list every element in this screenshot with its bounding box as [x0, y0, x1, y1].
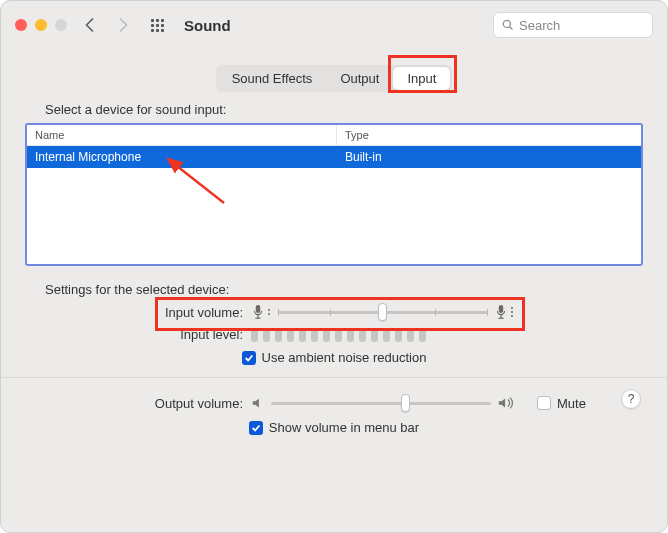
svg-point-5 [268, 313, 270, 315]
menubar-row[interactable]: Show volume in menu bar [25, 420, 643, 435]
menubar-checkbox[interactable] [249, 421, 263, 435]
speaker-low-icon [251, 396, 265, 410]
input-level-row: Input level: [25, 327, 643, 342]
titlebar: Sound Search [1, 1, 667, 49]
input-level-label: Input level: [25, 327, 245, 342]
show-all-button[interactable] [151, 19, 164, 32]
output-volume-row: Output volume: Mute [25, 394, 643, 412]
close-window-button[interactable] [15, 19, 27, 31]
tab-input[interactable]: Input [393, 67, 450, 90]
input-device-table[interactable]: Name Type Internal Microphone Built-in [25, 123, 643, 266]
tab-output[interactable]: Output [326, 67, 393, 90]
back-button[interactable] [77, 13, 101, 37]
ambient-noise-label: Use ambient noise reduction [262, 350, 427, 365]
svg-point-9 [511, 307, 513, 309]
search-placeholder: Search [519, 18, 560, 33]
input-volume-label: Input volume: [25, 305, 245, 320]
svg-point-10 [511, 311, 513, 313]
tabs: Sound Effects Output Input [25, 65, 643, 92]
svg-rect-6 [499, 305, 503, 313]
window-controls [15, 19, 67, 31]
table-row[interactable]: Internal Microphone Built-in [27, 146, 641, 168]
separator [1, 377, 667, 378]
output-volume-slider[interactable] [271, 394, 491, 412]
device-name: Internal Microphone [27, 146, 337, 168]
mic-low-icon [251, 304, 272, 320]
ambient-noise-row[interactable]: Use ambient noise reduction [25, 350, 643, 365]
device-type: Built-in [337, 146, 641, 168]
speaker-high-icon [497, 395, 515, 411]
mute-label: Mute [557, 396, 586, 411]
tab-sound-effects[interactable]: Sound Effects [218, 67, 327, 90]
svg-point-11 [511, 315, 513, 317]
sound-preferences-window: Sound Search Sound Effects Output Input … [0, 0, 668, 533]
forward-button[interactable] [111, 13, 135, 37]
select-device-label: Select a device for sound input: [45, 102, 643, 117]
mute-checkbox[interactable] [537, 396, 551, 410]
search-icon [502, 19, 514, 31]
svg-point-4 [268, 309, 270, 311]
help-button[interactable]: ? [621, 389, 641, 409]
input-volume-slider[interactable] [278, 303, 488, 321]
window-title: Sound [184, 17, 231, 34]
device-settings: Settings for the selected device: Input … [25, 282, 643, 365]
table-header: Name Type [27, 125, 641, 146]
search-input[interactable]: Search [493, 12, 653, 38]
col-name: Name [27, 125, 337, 145]
ambient-noise-checkbox[interactable] [242, 351, 256, 365]
svg-rect-1 [256, 305, 260, 313]
input-level-meter [251, 328, 426, 342]
settings-label: Settings for the selected device: [45, 282, 643, 297]
mic-high-icon [494, 304, 516, 320]
minimize-window-button[interactable] [35, 19, 47, 31]
menubar-label: Show volume in menu bar [269, 420, 419, 435]
input-volume-row: Input volume: [25, 303, 643, 321]
output-volume-label: Output volume: [25, 396, 245, 411]
content: Sound Effects Output Input Select a devi… [1, 49, 667, 463]
zoom-window-button[interactable] [55, 19, 67, 31]
col-type: Type [337, 125, 641, 145]
